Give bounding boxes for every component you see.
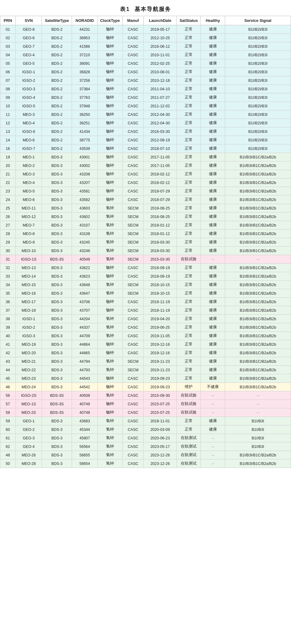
- cell-manuf: CASC: [122, 42, 144, 51]
- cell-prn: 11: [0, 110, 16, 119]
- cell-svn: IGSO-1: [15, 315, 42, 323]
- cell-type: BDS-3: [42, 238, 72, 247]
- cell-type: BDS-2: [42, 51, 72, 59]
- cell-manuf: SECM: [122, 281, 144, 289]
- cell-clock: 氢钟: [98, 332, 122, 340]
- cell-signal: B1I/B2I/B3I: [225, 51, 291, 59]
- cell-signal: B1I/B3I/B1C/B2a/B2b: [225, 187, 291, 196]
- table-row: 26 MEO-12 BDS-3 43602 氢钟 SECM 2018-08-25…: [0, 213, 291, 221]
- cell-type: BDS-3: [42, 315, 72, 323]
- cell-prn: 61: [0, 434, 16, 442]
- table-row: 41 MEO-19 BDS-3 44864 铷钟 CASC 2019-12-16…: [0, 340, 291, 349]
- cell-status: 正常: [176, 59, 201, 68]
- cell-type: BDS-3: [42, 357, 72, 366]
- table-row: 13 IGSO-6 BDS-2 41434 铷钟 CASC 2016-03-30…: [0, 127, 291, 136]
- cell-clock: 氢钟: [98, 230, 122, 238]
- table-row: 58 MEO-2S BDS-3S 40748 铷钟 CASC 2015-07-2…: [0, 408, 291, 417]
- cell-signal: B1I/B3I: [225, 417, 291, 425]
- table-row: 46 MEO-24 BDS-3 44542 铷钟 CASC 2019-09-23…: [0, 383, 291, 391]
- table-row: 06 IGSO-1 BDS-2 36828 铷钟 CASC 2010-08-01…: [0, 68, 291, 76]
- cell-manuf: CASC: [122, 68, 144, 76]
- table-row: 38 IGSO-1 BDS-3 44204 氢钟 CASC 2019-04-20…: [0, 315, 291, 323]
- cell-prn: 30: [0, 247, 16, 255]
- cell-svn: MEO-13: [15, 264, 42, 272]
- cell-prn: 50: [0, 459, 16, 468]
- cell-manuf: CASC: [122, 76, 144, 85]
- cell-healthy: 健康: [201, 238, 225, 247]
- cell-manuf: CASC: [122, 187, 144, 196]
- cell-status: 正常: [176, 340, 201, 349]
- header-satstatus: SatStatus: [176, 16, 201, 25]
- cell-noradid: 43582: [72, 196, 98, 204]
- cell-type: BDS-3: [42, 187, 72, 196]
- cell-launch: 2018-07-10: [144, 144, 176, 153]
- cell-healthy: 健康: [201, 221, 225, 230]
- cell-signal: --: [225, 408, 291, 417]
- cell-healthy: --: [201, 408, 225, 417]
- cell-signal: B1I/B3I/B1C/B2a/B2b: [225, 170, 291, 178]
- cell-clock: 铷钟: [98, 400, 122, 408]
- cell-svn: MEO-8: [15, 230, 42, 238]
- cell-prn: 32: [0, 264, 16, 272]
- cell-manuf: CASC: [122, 153, 144, 161]
- cell-prn: 12: [0, 119, 16, 127]
- cell-status: 正常: [176, 51, 201, 59]
- cell-prn: 03: [0, 42, 16, 51]
- cell-type: BDS-3: [42, 425, 72, 434]
- cell-status: 正常: [176, 425, 201, 434]
- cell-prn: 36: [0, 298, 16, 306]
- cell-manuf: CASC: [122, 408, 144, 417]
- cell-noradid: 40749: [72, 400, 98, 408]
- table-row: 22 MEO-4 BDS-3 43207 铷钟 CASC 2018-02-12 …: [0, 178, 291, 187]
- cell-clock: 氢钟: [98, 213, 122, 221]
- cell-healthy: 健康: [201, 51, 225, 59]
- cell-launch: 2019-11-05: [144, 332, 176, 340]
- cell-clock: 氢钟: [98, 255, 122, 264]
- cell-type: BDS-2: [42, 136, 72, 144]
- cell-type: BDS-2: [42, 25, 72, 34]
- cell-type: BDS-2: [42, 59, 72, 68]
- cell-status: 正常: [176, 238, 201, 247]
- cell-healthy: 健康: [201, 340, 225, 349]
- cell-prn: 26: [0, 213, 16, 221]
- cell-type: BDS-3: [42, 204, 72, 213]
- table-row: 33 MEO-14 BDS-3 43623 铷钟 CASC 2018-09-19…: [0, 272, 291, 281]
- cell-launch: 2017-11-05: [144, 161, 176, 170]
- cell-signal: B1I/B2I/B3I: [225, 42, 291, 51]
- cell-svn: MEO-21: [15, 357, 42, 366]
- cell-status: 正常: [176, 127, 201, 136]
- cell-prn: 40: [0, 332, 16, 340]
- cell-launch: 2015-03-30: [144, 255, 176, 264]
- cell-status: 在轨测试: [176, 442, 201, 451]
- cell-noradid: 44864: [72, 340, 98, 349]
- cell-signal: B1I/B3I/B1C/B2a/B2b: [225, 272, 291, 281]
- cell-type: BDS-2: [42, 110, 72, 119]
- cell-type: BDS-3: [42, 213, 72, 221]
- cell-svn: MEO-9: [15, 238, 42, 247]
- cell-signal: B1I/B2I/B3I: [225, 110, 291, 119]
- cell-prn: 07: [0, 76, 16, 85]
- cell-prn: 34: [0, 281, 16, 289]
- cell-launch: 2012-04-30: [144, 110, 176, 119]
- cell-healthy: 健康: [201, 136, 225, 144]
- header-servicesignal: Service Signal: [225, 16, 291, 25]
- cell-status: 正常: [176, 323, 201, 332]
- cell-clock: 氢钟: [98, 391, 122, 400]
- cell-status: 正常: [176, 110, 201, 119]
- cell-signal: --: [225, 255, 291, 264]
- cell-signal: B1I/B3I: [225, 434, 291, 442]
- cell-status: 正常: [176, 264, 201, 272]
- cell-prn: 43: [0, 357, 16, 366]
- cell-noradid: 36828: [72, 68, 98, 76]
- cell-manuf: CASC: [122, 170, 144, 178]
- cell-manuf: SECM: [122, 247, 144, 255]
- cell-signal: B1I/B3I/B1C/B2a/B2b: [225, 340, 291, 349]
- cell-clock: 氢钟: [98, 357, 122, 366]
- cell-prn: 37: [0, 306, 16, 315]
- cell-status: 正常: [176, 332, 201, 340]
- cell-healthy: 健康: [201, 289, 225, 298]
- table-row: 01 GEO-8 BDS-2 44231 铷钟 CASC 2019-05-17 …: [0, 25, 291, 34]
- cell-type: BDS-2: [42, 34, 72, 42]
- cell-noradid: 43246: [72, 247, 98, 255]
- cell-clock: 铷钟: [98, 76, 122, 85]
